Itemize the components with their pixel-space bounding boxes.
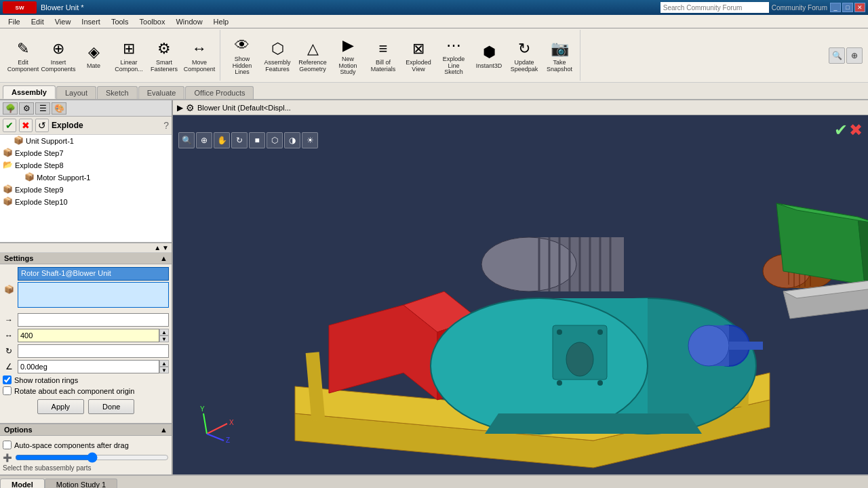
rotate-about-origin-checkbox[interactable] xyxy=(3,386,12,395)
appearance-icon[interactable]: 🎨 xyxy=(52,102,66,115)
scroll-down-icon[interactable]: ▼ xyxy=(162,244,169,251)
subassembly-slider[interactable] xyxy=(15,452,169,463)
menu-edit[interactable]: Edit xyxy=(26,16,50,27)
auto-space-checkbox[interactable] xyxy=(3,441,12,449)
menu-tools[interactable]: Tools xyxy=(106,16,134,27)
title-bar: SW Blower Unit * Community Forum _ □ ✕ xyxy=(0,0,868,15)
section-view-button[interactable]: ◑ xyxy=(284,132,300,148)
menu-insert[interactable]: Insert xyxy=(76,16,106,27)
menu-file[interactable]: File xyxy=(3,16,26,27)
restore-button[interactable]: □ xyxy=(842,3,853,12)
reference-geometry-label: ReferenceGeometry xyxy=(298,60,327,73)
settings-panel: Settings ▲ 📦 Rotor Shaft-1@Blower Unit →… xyxy=(0,253,172,423)
direction-input[interactable]: Z@Blower Unit.SLDASM xyxy=(18,313,169,327)
selected-component-input[interactable]: Rotor Shaft-1@Blower Unit xyxy=(18,267,169,281)
tree-item-explode-step10[interactable]: 📦 Explode Step10 xyxy=(0,196,172,208)
tab-office-products[interactable]: Office Products xyxy=(185,86,254,99)
cancel-view-button[interactable]: ✖ xyxy=(849,121,863,140)
distance-spin-down[interactable]: ▼ xyxy=(159,336,169,342)
update-speedpak-button[interactable]: ↻ UpdateSpeedpak xyxy=(507,33,542,79)
zoom-to-fit-button[interactable]: 🔍 xyxy=(178,132,195,148)
mate-button[interactable]: ◈ Mate xyxy=(76,33,111,79)
tab-assembly[interactable]: Assembly xyxy=(3,85,56,99)
tree-item-explode-step9[interactable]: 📦 Explode Step9 xyxy=(0,184,172,196)
apply-button[interactable]: Apply xyxy=(37,399,85,414)
rotation-angle-icon: ∠ xyxy=(3,361,15,373)
done-button[interactable]: Done xyxy=(88,399,134,414)
show-hidden-lines-button[interactable]: 👁 ShowHiddenLines xyxy=(224,33,260,79)
tab-sketch[interactable]: Sketch xyxy=(97,86,138,99)
tree-item-unit-support[interactable]: 📦 Unit Support-1 xyxy=(0,135,172,147)
pan-button[interactable]: ✋ xyxy=(214,132,230,148)
distance-input[interactable] xyxy=(18,329,159,342)
reference-geometry-icon: △ xyxy=(302,38,323,60)
rotate-button[interactable]: ↻ xyxy=(231,132,248,148)
bill-of-materials-button[interactable]: ≡ Bill ofMaterials xyxy=(366,33,401,79)
minimize-button[interactable]: _ xyxy=(830,3,841,12)
instant3d-button[interactable]: ⬢ Instant3D xyxy=(471,33,507,79)
zoom-in-button[interactable]: ⊕ xyxy=(196,132,212,148)
viewport-expand-icon: ▶ xyxy=(177,103,183,113)
3d-viewport[interactable]: ▶ ⚙ Blower Unit (Default<Displ... xyxy=(173,100,868,474)
menu-view[interactable]: View xyxy=(50,16,77,27)
explode-reset-button[interactable]: ↺ xyxy=(35,119,49,132)
rotation-angle-input[interactable] xyxy=(18,360,159,373)
tab-motion-study-1[interactable]: Motion Study 1 xyxy=(45,479,117,488)
svg-text:X: X xyxy=(229,419,234,426)
property-manager-icon[interactable]: ⚙ xyxy=(19,102,34,115)
component-detail-area[interactable] xyxy=(18,282,169,308)
exploded-view-button[interactable]: ⊠ ExplodedView xyxy=(401,33,436,79)
view-orientation-button[interactable]: ⬡ xyxy=(267,132,283,148)
assembly-features-button[interactable]: ⬡ AssemblyFeatures xyxy=(260,33,295,79)
insert-components-button[interactable]: ⊕ InsertComponents xyxy=(41,33,76,79)
scroll-up-icon[interactable]: ▲ xyxy=(154,244,161,251)
view-zoom-button[interactable]: 🔍 xyxy=(829,47,845,64)
mate-icon: ◈ xyxy=(83,41,104,63)
menu-window[interactable]: Window xyxy=(170,16,208,27)
feature-manager-icon[interactable]: 🌳 xyxy=(3,102,18,115)
explode-line-sketch-button[interactable]: ⋯ ExplodeLineSketch xyxy=(436,33,471,79)
tree-item-explode-step8[interactable]: 📂 Explode Step8 xyxy=(0,159,172,171)
display-style-button[interactable]: ■ xyxy=(249,132,265,148)
rotation-component-input[interactable]: *Ring@Rotor Shaft-1 xyxy=(18,344,169,358)
options-collapse-icon[interactable]: ▲ xyxy=(160,426,167,434)
lighting-button[interactable]: ☀ xyxy=(302,132,318,148)
tree-item-motor-support[interactable]: 📦 Motor Support-1 xyxy=(0,171,172,184)
config-manager-icon[interactable]: ☰ xyxy=(35,102,50,115)
menu-toolbox[interactable]: Toolbox xyxy=(134,16,171,27)
move-component-button[interactable]: ↔ MoveComponent xyxy=(182,33,217,79)
rotation-angle-row: ∠ ▲ ▼ xyxy=(3,360,169,373)
tab-evaluate[interactable]: Evaluate xyxy=(138,86,185,99)
settings-header: Settings ▲ xyxy=(0,253,172,264)
tab-layout[interactable]: Layout xyxy=(56,86,96,99)
show-rotation-rings-checkbox[interactable] xyxy=(3,375,12,384)
tab-model[interactable]: Model xyxy=(0,479,45,488)
take-snapshot-button[interactable]: 📷 TakeSnapshot xyxy=(542,33,577,79)
reference-geometry-button[interactable]: △ ReferenceGeometry xyxy=(295,33,330,79)
toolbar: ✎ EditComponent ⊕ InsertComponents ◈ Mat… xyxy=(0,28,868,100)
tree-icon-motor-support: 📦 xyxy=(24,172,35,183)
scene[interactable]: X Y Z 🔍 ⊕ ✋ ↻ ■ ⬡ ◑ ☀ ✔ ✖ xyxy=(173,115,868,474)
angle-spin-up[interactable]: ▲ xyxy=(159,360,169,367)
settings-collapse-icon[interactable]: ▲ xyxy=(160,254,167,262)
explode-cancel-button[interactable]: ✖ xyxy=(19,119,33,132)
explode-confirm-button[interactable]: ✔ xyxy=(3,119,16,132)
tree-item-explode-step7[interactable]: 📦 Explode Step7 xyxy=(0,147,172,159)
explode-close-button[interactable]: ? xyxy=(163,120,169,131)
angle-spin-down[interactable]: ▼ xyxy=(159,367,169,373)
new-motion-study-button[interactable]: ▶ NewMotionStudy xyxy=(330,33,366,79)
distance-spin-buttons: ▲ ▼ xyxy=(159,329,169,342)
options-body: Auto-space components after drag ➕ Selec… xyxy=(0,436,172,474)
show-rotation-rings-label: Show rotation rings xyxy=(14,376,78,384)
confirm-view-button[interactable]: ✔ xyxy=(834,121,848,140)
edit-component-button[interactable]: ✎ EditComponent xyxy=(5,33,41,79)
distance-spin-up[interactable]: ▲ xyxy=(159,329,169,336)
smart-fasteners-button[interactable]: ⚙ SmartFasteners xyxy=(146,33,182,79)
linear-component-button[interactable]: ⊞ LinearCompon... xyxy=(111,33,146,79)
menu-help[interactable]: Help xyxy=(208,16,235,27)
search-input[interactable] xyxy=(660,2,769,13)
community-forum-link[interactable]: Community Forum xyxy=(772,4,827,12)
view-zoom-all-button[interactable]: ⊕ xyxy=(846,47,863,64)
new-motion-study-icon: ▶ xyxy=(337,35,359,56)
close-button[interactable]: ✕ xyxy=(854,3,865,12)
